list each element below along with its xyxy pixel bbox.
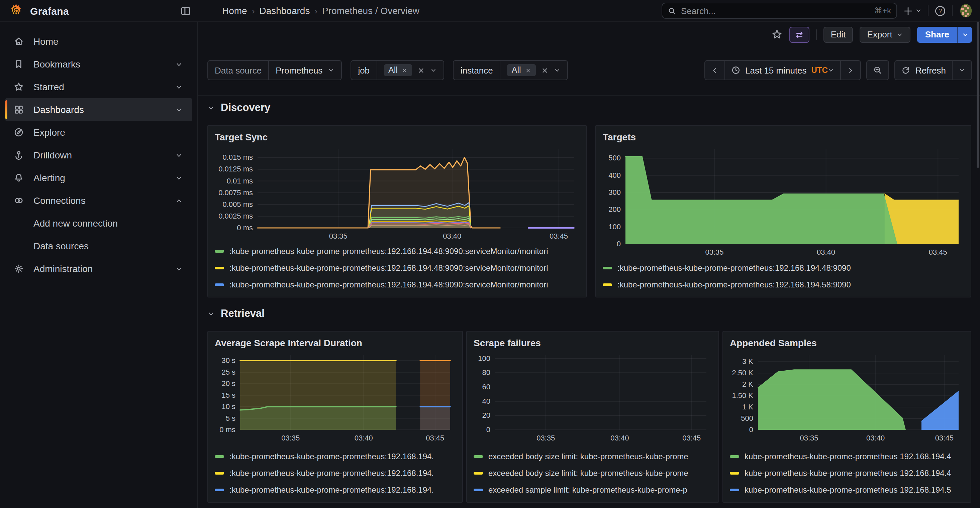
- sidebar-item-bookmarks[interactable]: Bookmarks: [5, 53, 192, 76]
- svg-text:03:40: 03:40: [355, 434, 373, 442]
- legend-swatch: [215, 250, 224, 252]
- job-chip[interactable]: All: [383, 64, 412, 76]
- refresh-icon: [901, 65, 911, 75]
- breadcrumb-home[interactable]: Home: [222, 5, 247, 16]
- job-value[interactable]: All: [376, 61, 444, 79]
- app-title: Grafana: [30, 5, 69, 16]
- chevron-down-icon: [915, 7, 922, 14]
- svg-text:500: 500: [741, 414, 753, 422]
- legend-item[interactable]: :kube-prometheus-kube-prome-prometheus:1…: [215, 481, 455, 498]
- svg-text:03:45: 03:45: [426, 434, 444, 442]
- legend-item[interactable]: :kube-prometheus-kube-prome-prometheus:1…: [215, 465, 455, 481]
- refresh-interval-button[interactable]: [952, 61, 971, 79]
- panel-title[interactable]: Scrape failures: [474, 336, 712, 349]
- svg-text:0: 0: [749, 425, 753, 434]
- section-retrieval[interactable]: Retrieval: [207, 308, 264, 319]
- instance-chip[interactable]: All: [507, 64, 536, 76]
- legend-item[interactable]: :kube-prometheus-kube-prome-prometheus:1…: [215, 276, 579, 293]
- legend-item[interactable]: kube-prometheus-kube-prome-prometheus 19…: [730, 448, 964, 465]
- time-range-picker[interactable]: Last 15 minutes UTC: [724, 61, 840, 79]
- legend-item[interactable]: kube-prometheus-kube-prome-prometheus 19…: [730, 481, 964, 498]
- datasource-value[interactable]: Prometheus: [268, 61, 341, 79]
- svg-text:3 K: 3 K: [742, 357, 753, 366]
- svg-text:100: 100: [608, 222, 621, 231]
- legend-item[interactable]: :kube-prometheus-kube-prome-prometheus:1…: [603, 259, 964, 276]
- chart-legend: :kube-prometheus-kube-prome-prometheus:1…: [215, 243, 579, 293]
- panel-title[interactable]: Targets: [603, 130, 964, 144]
- legend-item[interactable]: :kube-prometheus-kube-prome-prometheus:1…: [603, 276, 964, 293]
- sidebar-item-drilldown[interactable]: Drilldown: [5, 144, 192, 167]
- legend-label: :kube-prometheus-kube-prome-prometheus:1…: [229, 263, 548, 272]
- chevron-down-icon: [175, 60, 183, 68]
- grafana-logo-icon[interactable]: [9, 3, 24, 18]
- sidebar-item-home[interactable]: Home: [5, 30, 192, 53]
- section-discovery[interactable]: Discovery: [207, 102, 270, 114]
- bell-icon: [13, 173, 24, 183]
- search-input[interactable]: Search... ⌘+k: [662, 3, 897, 19]
- job-label: job: [351, 61, 376, 79]
- breadcrumb-dashboards[interactable]: Dashboards: [259, 5, 310, 16]
- svg-text:100: 100: [478, 354, 490, 363]
- svg-text:0.0075 ms: 0.0075 ms: [218, 189, 253, 197]
- sidebar-item-explore[interactable]: Explore: [5, 121, 192, 144]
- svg-text:25 s: 25 s: [221, 368, 235, 376]
- job-filter: job All: [350, 60, 444, 80]
- zoom-out-icon: [873, 65, 883, 75]
- appended-samples-chart[interactable]: 3 K2.50 K2 K1.50 K1 K500003:3503:4003:45: [730, 349, 964, 444]
- legend-swatch: [215, 471, 224, 474]
- legend-item[interactable]: exceeded sample limit: kube-prometheus-k…: [474, 481, 712, 498]
- chart-legend: kube-prometheus-kube-prome-prometheus 19…: [730, 448, 964, 498]
- legend-item[interactable]: :kube-prometheus-kube-prome-prometheus:1…: [215, 259, 579, 276]
- section-title: Retrieval: [221, 308, 264, 319]
- share-menu-button[interactable]: [957, 26, 972, 43]
- help-button[interactable]: ?: [934, 5, 946, 16]
- panel-title[interactable]: Appended Samples: [730, 336, 964, 349]
- avatar[interactable]: [959, 3, 973, 18]
- sidebar-item-dashboards[interactable]: Dashboards: [5, 98, 192, 121]
- svg-text:03:45: 03:45: [682, 434, 701, 442]
- refresh-button[interactable]: Refresh: [896, 61, 952, 79]
- svg-text:80: 80: [482, 368, 490, 377]
- connections-icon: [13, 195, 24, 206]
- legend-item[interactable]: :kube-prometheus-kube-prome-prometheus:1…: [215, 243, 579, 259]
- datasource-picker: Data source Prometheus: [207, 60, 342, 80]
- sidebar-item-data-sources[interactable]: Data sources: [5, 235, 192, 257]
- sidebar-item-add-new-connection[interactable]: Add new connection: [5, 212, 192, 235]
- add-button[interactable]: [903, 6, 922, 16]
- chart-legend: exceeded body size limit: kube-prometheu…: [474, 448, 712, 498]
- svg-text:03:45: 03:45: [935, 434, 954, 442]
- target-sync-chart[interactable]: 0.015 ms0.0125 ms0.01 ms0.0075 ms0.005 m…: [215, 144, 579, 243]
- targets-chart[interactable]: 500400300200100003:3503:4003:45: [603, 144, 964, 259]
- scrollbar[interactable]: [977, 11, 979, 168]
- time-range-label: Last 15 minutes: [745, 65, 807, 75]
- svg-text:400: 400: [608, 171, 621, 179]
- sidebar-item-starred[interactable]: Starred: [5, 76, 192, 98]
- zoom-out-button[interactable]: [867, 60, 889, 80]
- edit-button[interactable]: Edit: [824, 26, 853, 43]
- legend-item[interactable]: kube-prometheus-kube-prome-prometheus 19…: [730, 465, 964, 481]
- panel-title[interactable]: Target Sync: [215, 130, 579, 144]
- legend-item[interactable]: :kube-prometheus-kube-prome-prometheus:1…: [215, 448, 455, 465]
- scrape-failures-chart[interactable]: 10080604020003:3503:4003:45: [474, 349, 712, 444]
- legend-label: kube-prometheus-kube-prome-prometheus 19…: [745, 468, 951, 478]
- legend-label: :kube-prometheus-kube-prome-prometheus:1…: [229, 451, 434, 461]
- legend-label: exceeded body size limit: kube-prometheu…: [488, 468, 688, 478]
- share-button[interactable]: Share: [917, 26, 957, 43]
- switch-view-button[interactable]: [789, 26, 810, 43]
- sidebar-item-administration[interactable]: Administration: [5, 257, 192, 280]
- panel-title[interactable]: Average Scrape Interval Duration: [215, 336, 455, 349]
- divider: [198, 95, 980, 95]
- average-scrape-interval-chart[interactable]: 30 s25 s20 s15 s10 s5 s0 ms03:3503:4003:…: [215, 349, 455, 444]
- export-button[interactable]: Export: [860, 26, 910, 43]
- sidebar-toggle-icon[interactable]: [180, 5, 191, 16]
- legend-label: :kube-prometheus-kube-prome-prometheus:1…: [229, 280, 548, 289]
- svg-text:1 K: 1 K: [742, 403, 753, 411]
- sidebar-item-connections[interactable]: Connections: [5, 189, 192, 212]
- time-shift-forward-button[interactable]: [840, 61, 861, 79]
- sidebar-item-alerting[interactable]: Alerting: [5, 167, 192, 189]
- legend-item[interactable]: exceeded body size limit: kube-prometheu…: [474, 465, 712, 481]
- time-shift-back-button[interactable]: [705, 61, 724, 79]
- favorite-star-button[interactable]: [771, 29, 783, 40]
- legend-item[interactable]: exceeded body size limit: kube-prometheu…: [474, 448, 712, 465]
- instance-value[interactable]: All: [500, 61, 567, 79]
